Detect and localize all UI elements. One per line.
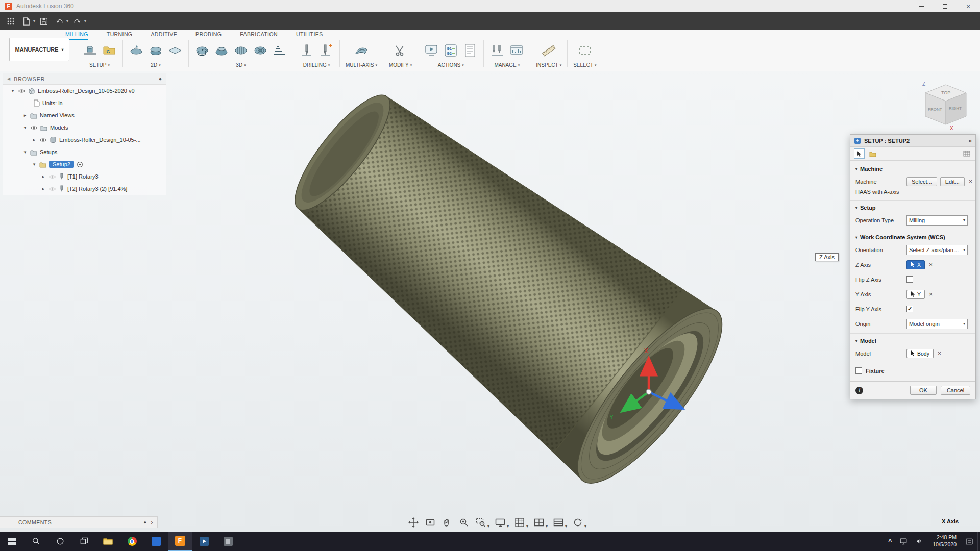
new-setup-icon[interactable] — [82, 43, 97, 58]
expander-icon[interactable]: ▾ — [22, 125, 28, 130]
setup-dialog-header[interactable]: SETUP : SETUP2 » — [850, 135, 975, 147]
search-button[interactable] — [24, 532, 48, 551]
pan-button[interactable] — [441, 516, 453, 529]
view-cube[interactable]: TOP FRONT RIGHT Z X — [916, 78, 977, 135]
app-grid-button[interactable] — [4, 15, 17, 28]
zoom-button[interactable] — [458, 516, 470, 529]
emboss-roller-model[interactable] — [281, 83, 743, 502]
task-view-button[interactable] — [72, 532, 96, 551]
utility-app-button[interactable] — [216, 532, 240, 551]
group-label-2d[interactable]: 2D▾ — [151, 62, 160, 69]
active-setup-target-icon[interactable] — [77, 161, 83, 168]
orientation-dropdown[interactable]: Select Z axis/plane &...▾ — [906, 245, 968, 255]
adaptive-clearing-icon[interactable] — [194, 43, 210, 58]
trim-icon[interactable] — [393, 43, 408, 58]
setup-section-header[interactable]: ▾Setup — [855, 205, 970, 211]
network-button[interactable] — [895, 532, 912, 551]
group-label-inspect[interactable]: INSPECT▾ — [536, 62, 561, 69]
operation-type-dropdown[interactable]: Milling▾ — [906, 215, 968, 226]
group-label-multi-axis[interactable]: MULTI-AXIS▾ — [346, 62, 377, 69]
model-selection-chip[interactable]: Body — [906, 349, 934, 358]
y-axis-clear-button[interactable]: × — [929, 291, 933, 298]
contour-icon[interactable] — [253, 43, 268, 58]
viewports-button[interactable]: ▾ — [533, 516, 548, 529]
grid-snaps-button[interactable]: ▾ — [513, 516, 528, 529]
group-label-3d[interactable]: 3D▾ — [236, 62, 246, 69]
z-axis-clear-button[interactable]: × — [929, 261, 933, 268]
comments-panel[interactable]: COMMENTS ● › — [0, 516, 158, 528]
drill-icon[interactable] — [299, 43, 314, 58]
close-button[interactable]: × — [957, 0, 980, 12]
model-clear-button[interactable]: × — [938, 350, 941, 357]
group-label-modify[interactable]: MODIFY▾ — [389, 62, 412, 69]
cortana-button[interactable] — [48, 532, 72, 551]
machine-select-button[interactable]: Select... — [906, 177, 937, 186]
fusion360-taskbar-button[interactable]: F — [168, 532, 192, 551]
display-settings-button[interactable]: ▾ — [494, 516, 509, 529]
measure-icon[interactable] — [541, 43, 556, 58]
task-manager-icon[interactable] — [509, 43, 524, 58]
machine-edit-button[interactable]: Edit... — [940, 177, 965, 186]
ok-button[interactable]: OK — [910, 386, 937, 395]
group-label-manage[interactable]: MANAGE▾ — [494, 62, 520, 69]
swarf-icon[interactable] — [353, 43, 370, 58]
visibility-eye-icon[interactable] — [48, 186, 56, 192]
cancel-button[interactable]: Cancel — [941, 386, 970, 395]
blue-app-button[interactable] — [144, 532, 168, 551]
zoom-window-button[interactable]: ▾ — [475, 516, 489, 529]
group-label-drilling[interactable]: DRILLING▾ — [303, 62, 330, 69]
browser-item-models[interactable]: ▾ Models — [3, 121, 166, 134]
comments-record-icon[interactable]: ● — [144, 520, 147, 525]
flip-y-checkbox[interactable]: ✓ — [906, 306, 913, 312]
simulate-icon[interactable] — [424, 43, 439, 58]
clock[interactable]: 2:48 PM 10/5/2020 — [928, 534, 961, 548]
browser-header[interactable]: ◀ BROWSER ● — [3, 73, 166, 85]
browser-item-units[interactable]: Units: in — [3, 97, 166, 109]
setup-sheet-icon[interactable] — [462, 43, 478, 58]
visibility-eye-icon[interactable] — [18, 88, 26, 94]
expander-icon[interactable]: ▸ — [41, 174, 46, 179]
browser-item-t2-rotary[interactable]: ▸ [T2] Rotary3 (2) [91.4%] — [3, 183, 166, 195]
browser-item-model-body[interactable]: ▸ Emboss-Roller_Design_10-05-... — [3, 134, 166, 146]
new-folder-icon[interactable]: G — [102, 43, 117, 58]
parallel-icon[interactable] — [233, 43, 249, 58]
browser-item-setups[interactable]: ▾ Setups — [3, 146, 166, 158]
layout-rows-button[interactable]: ▾ — [552, 516, 567, 529]
tray-expand-button[interactable]: ^ — [885, 532, 895, 551]
video-app-button[interactable] — [192, 532, 216, 551]
file-menu-button[interactable] — [19, 15, 33, 28]
machine-clear-button[interactable]: × — [969, 178, 972, 185]
show-desktop-button[interactable] — [977, 532, 980, 551]
origin-dropdown[interactable]: Model origin▾ — [906, 319, 968, 329]
action-center-button[interactable] — [961, 532, 977, 551]
minimize-button[interactable] — [910, 0, 933, 12]
look-at-button[interactable] — [424, 516, 436, 529]
browser-item-setup2[interactable]: ▾ Setup2 — [3, 158, 166, 170]
expander-icon[interactable]: ▾ — [22, 149, 28, 155]
expander-icon[interactable]: ▾ — [10, 88, 15, 93]
start-button[interactable] — [0, 532, 24, 551]
visibility-eye-icon[interactable] — [39, 137, 47, 143]
fixture-checkbox[interactable] — [855, 367, 862, 374]
bore-icon[interactable] — [318, 43, 334, 58]
pocket-clearing-icon[interactable] — [214, 43, 229, 58]
post-process-icon[interactable]: G1G2 — [443, 43, 458, 58]
comments-expand-icon[interactable]: › — [151, 519, 154, 526]
maximize-button[interactable] — [933, 0, 957, 12]
browser-item-root-component[interactable]: ▾ Emboss-Roller_Design_10-05-2020 v0 — [3, 85, 166, 97]
browser-item-named-views[interactable]: ▸ Named Views — [3, 109, 166, 121]
undo-button[interactable] — [53, 15, 66, 28]
workspace-selector[interactable]: MANUFACTURE ▾ — [9, 38, 69, 61]
tab-stock[interactable] — [867, 148, 878, 159]
volume-button[interactable] — [912, 532, 928, 551]
group-label-actions[interactable]: ACTIONS▾ — [438, 62, 464, 69]
expander-icon[interactable]: ▸ — [22, 113, 28, 118]
orbit-button[interactable] — [407, 516, 420, 529]
machine-section-header[interactable]: ▾Machine — [855, 166, 970, 172]
tab-setup[interactable] — [854, 148, 865, 159]
model-section-header[interactable]: ▾Model — [855, 338, 970, 344]
expander-icon[interactable]: ▸ — [32, 137, 37, 142]
face-icon[interactable] — [129, 43, 144, 58]
z-axis-selection-chip[interactable]: X — [906, 260, 925, 269]
2d-pocket-icon[interactable] — [148, 43, 163, 58]
